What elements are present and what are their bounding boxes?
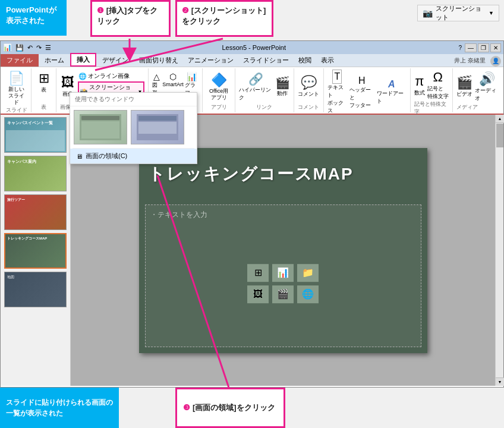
slide-thumb-4[interactable]: 4 キャンパスイベント一覧 — [4, 117, 67, 153]
ribbon-group-symbols: π 数式 Ω 記号と特殊文字 記号と特殊文字 — [411, 68, 453, 112]
tab-view[interactable]: 表示 — [316, 54, 339, 67]
screenshot-top-right-button[interactable]: 📷 スクリーンショット ▼ — [417, 5, 499, 21]
content-icon-smartart[interactable]: 📁 — [297, 264, 319, 282]
screenshot-dropdown: 使用できるウィンドウ 🖥 画面の領域(C) — [70, 92, 197, 164]
table-button[interactable]: ⊞ 表 — [37, 70, 51, 95]
ribbon-group-table: ⊞ 表 表 — [32, 68, 56, 112]
ribbon-group-apps-label: アプリ — [211, 103, 227, 111]
apps-button[interactable]: 🔷 Office用アプリ — [209, 70, 228, 103]
tab-home[interactable]: ホーム — [39, 54, 70, 67]
ribbon-tabs: ファイル ホーム 挿入 デザイン 画面切り替え アニメーション スライドショー … — [1, 54, 503, 67]
customize-icon: ☰ — [45, 44, 51, 52]
screen-region-menu-item[interactable]: 🖥 画面の領域(C) — [70, 149, 197, 163]
minimize-icon[interactable]: — — [465, 43, 477, 52]
slide-text-prompt: ・テキストを入力 — [146, 205, 421, 225]
ribbon-group-comments-label: コメント — [298, 103, 319, 111]
ribbon-group-media: 🎬 ビデオ 🔊 オーディオ メディア — [453, 68, 502, 112]
new-slide-button[interactable]: 📄 新しいスライド — [5, 70, 27, 106]
dropdown-thumbnails — [70, 106, 197, 148]
smartart-button[interactable]: ⬡SmartArt — [162, 72, 184, 87]
callout-insert-tab: ❶ [挿入]タブをクリック — [90, 0, 171, 37]
textbox-button[interactable]: T テキストボックス — [327, 70, 347, 115]
ribbon-group-table-label: 表 — [41, 103, 46, 111]
callout-bottom-right: ❸ [画面の領域]をクリック — [175, 388, 285, 428]
user-avatar: 👤 — [490, 56, 501, 67]
callout-powerpoint-displayed: PowerPointが表示された — [0, 0, 67, 36]
action-button[interactable]: 🎬動作 — [275, 75, 290, 97]
close-icon[interactable]: ✕ — [490, 43, 501, 52]
camera-icon: 📷 — [423, 8, 433, 18]
title-bar: 📊 💾 ↶ ↷ ☰ Lesson5 - PowerPoint ? — ❐ ✕ — [1, 41, 503, 54]
tab-animations[interactable]: アニメーション — [183, 54, 238, 67]
ribbon-group-media-label: メディア — [456, 103, 499, 111]
window-save-icon: 💾 — [15, 44, 24, 52]
window-title: Lesson5 - PowerPoint — [222, 44, 286, 51]
slide-thumb-5[interactable]: 5 キャンパス案内 — [4, 156, 67, 191]
dropdown-header: 使用できるウィンドウ — [70, 93, 197, 106]
vertical-scrollbar[interactable]: ▲ ▼ — [495, 115, 503, 386]
content-icon-image[interactable]: 🖼 — [247, 285, 269, 303]
help-icon[interactable]: ? — [456, 44, 464, 52]
slide-title: トレッキングコースMAP — [148, 163, 354, 185]
content-icon-video[interactable]: 🎬 — [272, 285, 294, 303]
window-thumb-2[interactable] — [131, 110, 184, 144]
content-icon-table[interactable]: ⊞ — [247, 264, 269, 282]
insert-label: [挿入]タブをクリック — [97, 6, 158, 26]
content-icon-online[interactable]: 🌐 — [297, 285, 319, 303]
user-name: 井上 奈緒里 — [449, 55, 490, 67]
ribbon-group-slide-label: スライド — [6, 106, 27, 114]
restore-icon[interactable]: ❐ — [478, 43, 489, 52]
ribbon-group-links-label: リンク — [256, 103, 272, 111]
tab-review[interactable]: 校閲 — [294, 54, 316, 67]
audio-button[interactable]: 🔊 オーディオ — [475, 71, 499, 102]
tab-slideshow[interactable]: スライドショー — [238, 54, 294, 67]
ribbon-group-comments: 💬 コメント コメント — [294, 68, 324, 112]
tab-design[interactable]: デザイン — [96, 54, 134, 67]
region-label: [画面の領域]をクリック — [193, 402, 275, 413]
scroll-down-arrow[interactable]: ▼ — [496, 377, 504, 386]
screenshot-btn-label: スクリーンショット — [436, 4, 486, 22]
screen-region-icon: 🖥 — [76, 153, 83, 160]
insert-badge: ❶ — [97, 6, 104, 15]
dropdown-arrow-icon: ▼ — [489, 10, 494, 16]
slide-thumb-6[interactable]: 6 旅行ツアー — [4, 194, 67, 230]
header-footer-button[interactable]: H ヘッダーとフッター — [349, 75, 374, 109]
comment-button[interactable]: 💬 コメント — [298, 70, 319, 103]
tab-transitions[interactable]: 画面切り替え — [134, 54, 183, 67]
slide-thumb-8[interactable]: 8 地図 — [4, 272, 67, 307]
ribbon-group-text: T テキストボックス H ヘッダーとフッター A ワードアート テキスト — [324, 68, 411, 112]
scroll-up-arrow[interactable]: ▲ — [496, 115, 504, 123]
video-button[interactable]: 🎬 ビデオ — [456, 75, 472, 98]
ppt-icon: 📊 — [3, 43, 12, 52]
ribbon-group-slide: 📄 新しいスライド スライド — [2, 68, 32, 112]
tab-file[interactable]: ファイル — [1, 54, 39, 67]
undo-icon: ↶ — [27, 44, 33, 52]
screenshot-label: [スクリーンショット]をクリック — [182, 6, 266, 26]
current-slide[interactable]: トレッキングコースMAP ・テキストを入力 ⊞ 📊 📁 🖼 🎬 🌐 — [139, 148, 427, 353]
symbol-button[interactable]: Ω 記号と特殊文字 — [427, 70, 449, 100]
ribbon-group-symbols-label: 記号と特殊文字 — [414, 100, 449, 116]
region-badge: ❸ — [183, 402, 190, 413]
callout-screenshot-btn: ❷ [スクリーンショット]をクリック — [175, 0, 273, 37]
slide-thumb-7[interactable]: 7 トレッキングコースMAP — [4, 233, 67, 269]
redo-icon: ↷ — [36, 44, 42, 52]
callout-bottom-left: スライドに貼り付けられる画面の一覧が表示された — [0, 388, 119, 428]
ribbon-group-links: 🔗ハイパーリンク 🎬動作 リンク — [235, 68, 294, 112]
scroll-thumb[interactable] — [496, 124, 503, 147]
wordart-button[interactable]: A ワードアート — [377, 79, 407, 105]
slide-panel[interactable]: 4 キャンパスイベント一覧 5 キャンパス案内 6 旅行ツアー — [1, 115, 71, 386]
online-image-button[interactable]: 🌐 オンライン画像 — [78, 71, 144, 81]
equation-button[interactable]: π 数式 — [414, 74, 425, 97]
content-icon-chart[interactable]: 📊 — [272, 264, 294, 282]
content-icons-grid: ⊞ 📊 📁 🖼 🎬 🌐 — [247, 264, 319, 303]
hyperlink-button[interactable]: 🔗ハイパーリンク — [239, 72, 273, 102]
slide-content-box[interactable]: ・テキストを入力 ⊞ 📊 📁 🖼 🎬 🌐 — [145, 204, 421, 347]
scroll-track[interactable] — [496, 123, 503, 377]
screenshot-badge: ❷ — [182, 6, 189, 15]
ribbon-group-apps: 🔷 Office用アプリ アプリ — [203, 68, 235, 112]
window-thumb-1[interactable] — [74, 110, 127, 144]
tab-insert[interactable]: 挿入 — [70, 53, 96, 67]
